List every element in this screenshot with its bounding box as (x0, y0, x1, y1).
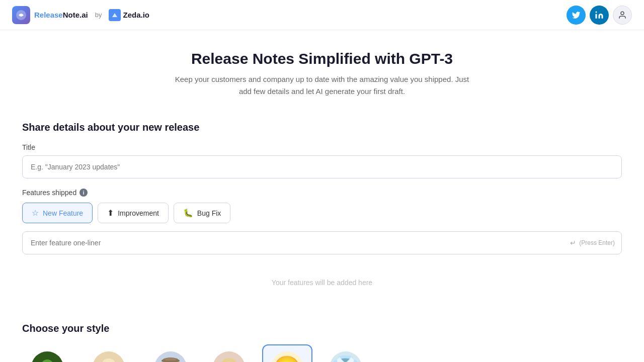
casual-avatar: 😊 (271, 351, 303, 362)
main-content: Release Notes Simplified with GPT-3 Keep… (10, 30, 634, 362)
header-right (567, 6, 632, 25)
bug-fix-label: Bug Fix (197, 209, 221, 217)
yoda-avatar (31, 351, 63, 362)
shakespeare-avatar (93, 351, 125, 362)
press-enter-hint: ↵ (Press Enter) (570, 239, 615, 247)
svg-point-4 (41, 359, 54, 362)
features-placeholder-area: Your features will be added here (22, 262, 622, 303)
style-chooser-title: Choose your style (22, 323, 622, 334)
style-card-yoda[interactable]: Yoda (22, 344, 72, 362)
svg-point-2 (621, 12, 624, 15)
enter-icon: ↵ (570, 239, 576, 247)
info-icon: i (79, 189, 88, 197)
svg-point-14 (103, 358, 115, 362)
formal-avatar: 👔 (330, 351, 362, 362)
releasenote-logo-text: ReleaseNote.ai (34, 11, 88, 19)
header: ReleaseNote.ai by Zeda.io (0, 0, 644, 30)
casual-emoji: 😊 (273, 354, 301, 362)
title-field-group: Title (22, 143, 622, 178)
improvement-icon: ⬆ (107, 208, 114, 218)
star-icon: ☆ (32, 208, 39, 218)
releasenote-logo-icon (12, 6, 30, 24)
title-input[interactable] (22, 155, 622, 178)
bug-fix-button[interactable]: 🐛 Bug Fix (174, 203, 230, 223)
style-card-casual[interactable]: 😊 Casual (262, 344, 312, 362)
formal-emoji: 👔 (332, 354, 359, 362)
features-shipped-label: Features shipped i (22, 189, 622, 197)
user-profile-button[interactable] (613, 6, 632, 25)
zeda-icon (109, 9, 121, 21)
header-left: ReleaseNote.ai by Zeda.io (12, 6, 149, 24)
feature-input[interactable] (22, 231, 622, 254)
features-placeholder-text: Your features will be added here (272, 279, 372, 287)
eminem-avatar (213, 351, 245, 362)
linkedin-button[interactable] (590, 6, 609, 25)
improvement-label: Improvement (118, 209, 159, 217)
hero-title: Release Notes Simplified with GPT-3 (22, 50, 622, 67)
style-card-eminem[interactable]: Eminem (204, 344, 254, 362)
style-chooser-section: Choose your style (22, 323, 622, 362)
feature-type-buttons: ☆ New Feature ⬆ Improvement 🐛 Bug Fix (22, 203, 622, 223)
svg-point-30 (222, 358, 236, 362)
feature-input-wrap: ↵ (Press Enter) (22, 231, 622, 254)
title-label: Title (22, 143, 622, 151)
new-feature-label: New Feature (43, 209, 83, 217)
new-feature-button[interactable]: ☆ New Feature (22, 203, 93, 223)
form-section-title: Share details about your new release (22, 122, 622, 133)
hero-subtitle: Keep your customers and company up to da… (171, 73, 473, 98)
style-card-sherlock[interactable]: Sherlock (145, 344, 196, 362)
improvement-button[interactable]: ⬆ Improvement (98, 203, 169, 223)
release-form-section: Share details about your new release Tit… (22, 122, 622, 303)
style-card-shakespeare[interactable]: Shakespeare (80, 344, 137, 362)
style-card-formal[interactable]: 👔 Formal (320, 344, 371, 362)
hero-section: Release Notes Simplified with GPT-3 Keep… (22, 50, 622, 98)
by-text: by (95, 11, 102, 19)
zeda-logo: Zeda.io (109, 9, 149, 21)
style-cards: Yoda (22, 344, 622, 362)
bug-icon: 🐛 (183, 208, 193, 218)
zeda-text: Zeda.io (123, 11, 149, 19)
twitter-button[interactable] (567, 6, 586, 25)
sherlock-avatar (154, 351, 187, 362)
svg-point-1 (596, 11, 597, 13)
press-enter-text: (Press Enter) (579, 239, 615, 246)
